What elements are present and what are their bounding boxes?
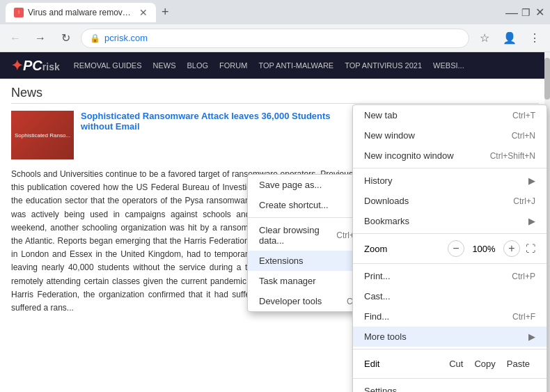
nav-anti-malware[interactable]: TOP ANTI-MALWARE <box>258 61 333 70</box>
menu-sep-3 <box>353 263 547 264</box>
menu-sep-4 <box>353 349 547 350</box>
menu-new-window[interactable]: New window Ctrl+N <box>353 125 547 146</box>
menu-button[interactable]: ⋮ <box>525 31 544 45</box>
menu-new-incognito[interactable]: New incognito window Ctrl+Shift+N <box>353 146 547 166</box>
site-header: ✦PCrisk REMOVAL GUIDES NEWS BLOG FORUM T… <box>0 52 550 79</box>
address-text: pcrisk.com <box>104 33 460 43</box>
tab-favicon: ! <box>14 8 24 17</box>
menu-zoom-control: Zoom − 100% + ⛶ <box>353 236 547 261</box>
edit-actions: Cut Copy Paste <box>443 356 535 372</box>
toolbar-icons: ☆ 👤 ⋮ <box>475 31 544 45</box>
menu-history[interactable]: History ▶ <box>353 171 547 191</box>
nav-forum[interactable]: FORUM <box>219 61 247 70</box>
zoom-value: 100% <box>470 244 498 254</box>
menu-settings[interactable]: Settings <box>353 381 547 392</box>
menu-bookmarks[interactable]: Bookmarks ▶ <box>353 211 547 231</box>
nav-removal-guides[interactable]: REMOVAL GUIDES <box>74 61 142 70</box>
reload-button[interactable]: ↻ <box>56 31 75 45</box>
article-headline-1[interactable]: Sophisticated Ransomware Attack leaves 3… <box>81 111 361 132</box>
menu-new-tab[interactable]: New tab Ctrl+T <box>353 105 547 125</box>
zoom-in-button[interactable]: + <box>503 240 520 257</box>
nav-news[interactable]: NEWS <box>153 61 176 70</box>
address-input[interactable]: 🔒 pcrisk.com <box>81 29 469 48</box>
article-thumbnail-1: Sophisticated Ranso... <box>11 111 74 159</box>
edit-copy-button[interactable]: Copy <box>469 356 501 372</box>
nav-more[interactable]: WEBSI... <box>433 61 464 70</box>
site-logo[interactable]: ✦PCrisk <box>11 57 60 74</box>
new-tab-button[interactable]: + <box>162 5 169 19</box>
site-nav: REMOVAL GUIDES NEWS BLOG FORUM TOP ANTI-… <box>74 61 464 70</box>
menu-sep-5 <box>353 378 547 379</box>
menu-cast[interactable]: Cast... <box>353 286 547 306</box>
menu-sep-2 <box>353 233 547 234</box>
back-button[interactable]: ← <box>6 32 25 45</box>
window-controls: — ❐ ✕ <box>507 8 544 17</box>
news-section-title: News <box>11 86 539 104</box>
browser-tab[interactable]: ! Virus and malware removal instr... ✕ <box>6 3 156 22</box>
menu-find[interactable]: Find... Ctrl+F <box>353 306 547 327</box>
restore-button[interactable]: ❐ <box>521 8 531 17</box>
addressbar: ← → ↻ 🔒 pcrisk.com ☆ 👤 ⋮ <box>0 24 550 52</box>
lock-icon: 🔒 <box>90 33 100 43</box>
minimize-button[interactable]: — <box>507 8 517 17</box>
menu-more-tools[interactable]: More tools ▶ <box>353 327 547 347</box>
list-item: Sophisticated Ranso... Sophisticated Ran… <box>11 111 361 159</box>
menu-edit-row: Edit Cut Copy Paste <box>353 352 547 376</box>
profile-icon[interactable]: 👤 <box>500 31 519 45</box>
scrollbar-thumb[interactable] <box>544 58 550 100</box>
forward-button[interactable]: → <box>31 32 50 45</box>
tab-title: Virus and malware removal instr... <box>28 8 132 17</box>
zoom-out-button[interactable]: − <box>448 240 464 257</box>
menu-print[interactable]: Print... Ctrl+P <box>353 266 547 286</box>
edit-paste-button[interactable]: Paste <box>501 356 535 372</box>
nav-antivirus[interactable]: TOP ANTIVIRUS 2021 <box>345 61 422 70</box>
nav-blog[interactable]: BLOG <box>187 61 209 70</box>
content-area: ✦PCrisk REMOVAL GUIDES NEWS BLOG FORUM T… <box>0 52 550 392</box>
edit-cut-button[interactable]: Cut <box>443 356 469 372</box>
menu-downloads[interactable]: Downloads Ctrl+J <box>353 191 547 211</box>
menu-sep-1 <box>353 168 547 168</box>
titlebar: ! Virus and malware removal instr... ✕ +… <box>0 0 550 24</box>
tab-close-btn[interactable]: ✕ <box>139 7 148 18</box>
close-button[interactable]: ✕ <box>535 8 544 17</box>
browser-menu: New tab Ctrl+T New window Ctrl+N New inc… <box>352 104 547 392</box>
bookmark-star-icon[interactable]: ☆ <box>475 31 494 45</box>
article-info-1: Sophisticated Ransomware Attack leaves 3… <box>81 111 361 159</box>
zoom-fullscreen-button[interactable]: ⛶ <box>526 243 535 254</box>
